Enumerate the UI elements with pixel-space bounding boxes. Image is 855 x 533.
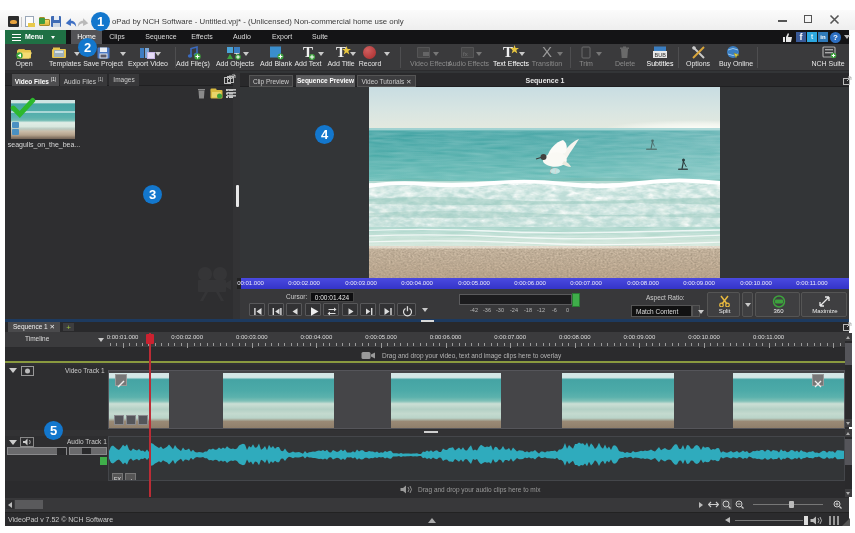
svg-text:BUB: BUB [655,52,667,58]
svg-text:fx: fx [463,51,468,57]
